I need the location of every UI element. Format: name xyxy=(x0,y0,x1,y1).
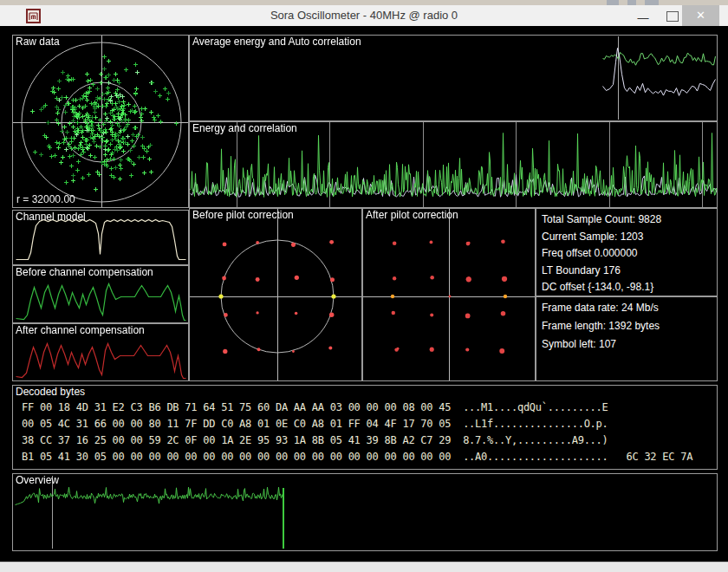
stat-total-sample-count: Total Sample Count: 9828 xyxy=(536,211,717,229)
maximize-button[interactable] xyxy=(660,5,683,26)
raw-data-constellation-plot xyxy=(13,36,188,207)
after-compensation-label: After channel compensation xyxy=(16,324,145,336)
energy-correlation-plot xyxy=(190,122,717,207)
stat-current-sample: Current Sample: 1203 xyxy=(536,229,717,246)
overview-panel: Overview xyxy=(12,473,718,551)
after-compensation-panel: After channel compensation xyxy=(12,323,189,381)
close-button[interactable]: ✕ xyxy=(682,5,719,26)
before-compensation-label: Before channel compensation xyxy=(16,266,153,278)
before-pilot-panel: Before pilot correction xyxy=(189,208,362,381)
hex-dump-row: 00 05 4C 31 66 00 00 80 11 7F DD C0 A8 0… xyxy=(22,416,715,432)
decoded-bytes-label: Decoded bytes xyxy=(16,386,85,398)
overview-label: Overview xyxy=(16,474,59,486)
hex-dump-row: 38 CC 37 16 25 00 00 59 2C 0F 00 1A 2E 9… xyxy=(22,432,715,449)
hex-dump-row: B1 05 41 30 05 00 00 00 00 00 00 00 00 0… xyxy=(22,449,715,465)
avg-energy-plot xyxy=(190,36,717,120)
title-bar[interactable]: Sora Oscillometer - 40MHz @ radio 0 — ✕ xyxy=(0,5,728,26)
raw-data-panel: Raw data r = 32000.00 xyxy=(12,35,189,208)
after-pilot-panel: After pilot correction xyxy=(362,208,536,381)
sample-stats-panel: Total Sample Count: 9828 Current Sample:… xyxy=(536,208,718,296)
energy-correlation-panel: Energy and correlation xyxy=(189,121,718,208)
stat-dc-offset: DC offset {-134.0, -98.1} xyxy=(536,279,717,296)
sora-oscillometer-window: { "window": { "title": "Sora Oscillomete… xyxy=(0,0,728,572)
before-compensation-panel: Before channel compensation xyxy=(12,265,189,323)
after-pilot-label: After pilot correction xyxy=(366,209,458,221)
stat-lt-boundary: LT Boundary 176 xyxy=(536,263,717,280)
raw-data-label: Raw data xyxy=(16,36,60,48)
hex-dump: FF 00 18 4D 31 E2 C3 B6 DB 71 64 51 75 6… xyxy=(22,400,715,465)
before-pilot-constellation xyxy=(190,209,361,380)
stat-frame-length: Frame length: 1392 bytes xyxy=(536,317,717,335)
avg-energy-label: Average energy and Auto correlation xyxy=(192,36,361,48)
maximize-icon xyxy=(666,11,679,22)
stat-freq-offset: Freq offset 0.000000 xyxy=(536,245,717,263)
window-title: Sora Oscillometer - 40MHz @ radio 0 xyxy=(0,9,728,22)
stat-frame-data-rate: Frame data rate: 24 Mb/s xyxy=(536,299,717,317)
avg-energy-panel: Average energy and Auto correlation xyxy=(189,35,718,121)
decoded-bytes-panel: Decoded bytes FF 00 18 4D 31 E2 C3 B6 DB… xyxy=(12,385,718,470)
window-bottom-edge xyxy=(0,562,728,572)
stat-symbol-left: Symbol left: 107 xyxy=(536,335,717,354)
frame-stats-panel: Frame data rate: 24 Mb/s Frame length: 1… xyxy=(536,296,718,381)
after-pilot-constellation xyxy=(363,209,535,380)
minimize-button[interactable]: — xyxy=(632,5,654,26)
radius-readout: r = 32000.00 xyxy=(16,193,75,205)
hex-dump-row: FF 00 18 4D 31 E2 C3 B6 DB 71 64 51 75 6… xyxy=(22,400,715,416)
before-pilot-label: Before pilot correction xyxy=(192,209,294,221)
channel-model-label: Channel model xyxy=(16,211,86,223)
overview-plot xyxy=(13,474,717,550)
channel-model-panel: Channel model xyxy=(12,210,189,265)
energy-correlation-label: Energy and correlation xyxy=(192,122,297,134)
